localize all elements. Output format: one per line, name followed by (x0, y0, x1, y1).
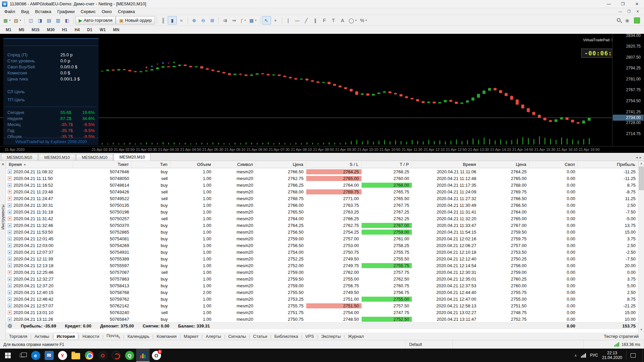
timeframe-m5[interactable]: M5 (16, 26, 28, 33)
menu-tools[interactable]: Сервис (78, 8, 99, 15)
toolbar-chart-shift-button[interactable]: ⇒ (229, 16, 238, 24)
bottom-tab-14[interactable]: Журнал (345, 333, 367, 340)
action-center-icon[interactable] (631, 353, 636, 358)
taskbar-opera-gx-button[interactable]: O8 (150, 349, 163, 362)
history-row[interactable]: ▼2020.04.21 11:31:4250750257sell1.00mesm… (6, 215, 638, 222)
toolbar-horizontal-line-button[interactable]: — (293, 16, 302, 24)
toolbar-period-presets-button[interactable]: ▦▾ (248, 16, 258, 24)
table-scrollbar[interactable]: ▲ ▼ (638, 161, 644, 333)
column-header-2[interactable]: Тип (132, 161, 170, 168)
column-header-9[interactable]: Цена (479, 161, 529, 168)
history-row[interactable]: ▲2020.04.21 11:16:5250748614buy1.00mesm2… (6, 182, 638, 188)
child-close-button[interactable]: ✕ (633, 9, 642, 14)
history-row[interactable]: ▼2020.04.21 11:11:5050748050sell1.00mesm… (6, 175, 638, 182)
toolbar-strategy-tester-button[interactable]: ◧ (63, 16, 72, 24)
bottom-tab-11[interactable]: Библиотека (271, 333, 301, 340)
chart-tab-0[interactable]: MESM20,M10 (1, 154, 38, 161)
taskbar-explorer-button[interactable] (69, 349, 83, 362)
bottom-tab-0[interactable]: Торговля (6, 333, 30, 340)
toolbar-line-chart-button[interactable]: ≈ (177, 16, 186, 24)
history-row[interactable]: ▼2020.04.21 13:01:1050763240sell1.00mesm… (6, 309, 638, 316)
column-header-8[interactable]: Время (412, 161, 479, 168)
history-row[interactable]: ▲2020.04.21 12:11:3950755389buy1.00mesm2… (6, 255, 638, 262)
scrollbar-thumb[interactable] (639, 167, 644, 190)
history-row[interactable]: ▲2020.04.21 12:37:2050758413buy1.00mesm2… (6, 282, 638, 289)
toolbar-data-window-button[interactable]: ◨ (36, 16, 45, 24)
menu-view[interactable]: Вид (18, 8, 32, 15)
bottom-tab-7[interactable]: Маркет (181, 333, 202, 340)
bottom-tab-2[interactable]: История (53, 333, 78, 340)
history-row[interactable]: ▲2020.04.21 12:46:4250759762buy1.00mesm2… (6, 296, 638, 302)
column-header-5[interactable]: Цена (256, 161, 306, 168)
history-row[interactable]: ▲2020.04.21 11:30:3150750135buy1.00mesm2… (6, 202, 638, 208)
bottom-tab-6[interactable]: Компания (154, 333, 180, 340)
history-row[interactable]: ▲2020.04.21 12:57:0750762142buy1.00mesm2… (6, 302, 638, 309)
column-header-7[interactable]: T / P (362, 161, 412, 168)
taskbar-opera-button[interactable]: O (96, 349, 109, 362)
network-icon[interactable] (581, 353, 586, 358)
child-restore-button[interactable]: ❐ (625, 9, 633, 14)
toolbar-tile-windows-button[interactable]: ⊞ (208, 16, 217, 24)
history-row[interactable]: ▲2020.04.21 11:32:4650750370buy1.00mesm2… (6, 222, 638, 229)
taskbar-recorder-button[interactable] (109, 349, 123, 362)
timeframe-m15[interactable]: M15 (29, 26, 42, 33)
toolbar-crosshair-button[interactable]: + (271, 16, 280, 24)
toolbar-new-order-button[interactable]: ▣Новый ордер (116, 16, 155, 24)
toolbar-equidistant-channel-button[interactable]: ∥ (311, 16, 320, 24)
history-row[interactable]: ▲2020.04.21 12:13:1850755597buy1.00mesm2… (6, 262, 638, 269)
toolbar-profiles-button[interactable]: ▧▾ (12, 16, 22, 24)
toolbar-zoom-in-button[interactable]: ⊕ (190, 16, 199, 24)
scroll-up-icon[interactable]: ▲ (639, 161, 644, 166)
bottom-tab-12[interactable]: VPS (302, 333, 317, 340)
toolbar-trend-line-button[interactable]: ╱ (302, 16, 311, 24)
column-header-10[interactable]: Своп (529, 161, 578, 168)
taskbar-chrome-button[interactable] (83, 349, 96, 362)
menu-help[interactable]: Справка (115, 8, 138, 15)
timeframe-m1[interactable]: M1 (3, 26, 14, 33)
menu-window[interactable]: Окно (99, 8, 115, 15)
toolbar-new-chart-button[interactable]: ▦▾ (2, 16, 12, 24)
taskbar-clock[interactable]: 22:1321.04.2020 (602, 351, 622, 360)
history-row[interactable]: ▲2020.04.21 13:11:2650765847buy1.00mesm2… (6, 316, 638, 322)
menu-file[interactable]: Файл (1, 8, 18, 15)
history-row[interactable]: ▲2020.04.21 11:53:5050752865buy1.00mesm2… (6, 229, 638, 235)
timeframe-d1[interactable]: D1 (84, 26, 95, 33)
tray-expand-icon[interactable]: ∧ (575, 354, 577, 357)
toolbar-vertical-line-button[interactable]: | (284, 16, 293, 24)
toolbar-candle-chart-button[interactable]: ▮ (168, 16, 177, 24)
history-row[interactable]: ▼2020.04.21 11:24:4750749522sell1.00mesm… (6, 195, 638, 202)
toolbar-auto-trading-button[interactable]: ▶Авто-торговля (75, 16, 116, 24)
timeframe-h4[interactable]: H4 (71, 26, 83, 33)
toolbar-toolbox-panel-button[interactable]: ▥ (54, 16, 63, 24)
toolbar-text-label-button[interactable]: A (338, 16, 347, 24)
history-row[interactable]: ▲2020.04.21 11:08:3250747646buy1.00mesm2… (6, 168, 638, 175)
bottom-tab-13[interactable]: Эксперты (318, 333, 344, 340)
strategy-tester-label[interactable]: Тестер стратегий (604, 334, 644, 339)
toolbar-zoom-out-button[interactable]: ⊖ (199, 16, 208, 24)
community-icon[interactable]: ◉ (625, 18, 629, 23)
taskbar-start-button[interactable] (0, 349, 15, 362)
timeframe-m30[interactable]: M30 (44, 26, 58, 33)
history-row[interactable]: ▲2020.04.21 12:07:3750754931buy1.00mesm2… (6, 249, 638, 255)
timeframe-mn[interactable]: MN (110, 26, 122, 33)
tab-scroll-left-icon[interactable]: ◂ (636, 156, 638, 159)
column-header-3[interactable]: Объем (170, 161, 214, 168)
menu-charts[interactable]: Графики (54, 8, 78, 15)
bottom-tab-9[interactable]: Сигналы (225, 333, 249, 340)
quick-panel-button[interactable] (634, 17, 640, 23)
bottom-tab-8[interactable]: Алерты (203, 333, 224, 340)
column-header-6[interactable]: S / L (306, 161, 362, 168)
price-axis[interactable]: 2834.002820.752807.502794.252781.002767.… (612, 34, 644, 146)
timeframe-h1[interactable]: H1 (59, 26, 70, 33)
taskbar-q-app-button[interactable]: Q (123, 349, 136, 362)
column-header-0[interactable]: Время▲ (6, 161, 73, 168)
collapse-icon[interactable]: − (8, 324, 12, 328)
minimize-button[interactable]: — (602, 0, 616, 8)
toolbar-text-button[interactable]: T (329, 16, 338, 24)
language-indicator[interactable]: РУС (590, 353, 598, 358)
taskbar-mail-button[interactable]: ✉ (42, 349, 56, 362)
column-header-1[interactable]: Тикет (73, 161, 132, 168)
toolbar-auto-scroll-button[interactable]: ⇉ (220, 16, 229, 24)
toolbar-cursor-button[interactable]: ↖ (262, 16, 271, 24)
status-profile[interactable]: Default (406, 340, 453, 349)
